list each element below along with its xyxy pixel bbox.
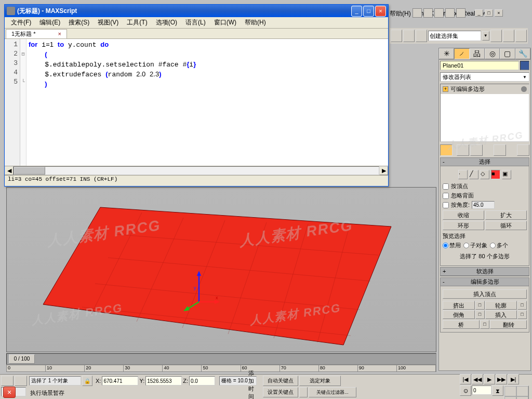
insert-vertex-button[interactable]: 插入顶点 bbox=[443, 289, 527, 299]
transform-gizmo[interactable]: x y bbox=[178, 271, 220, 312]
preview-subobj-radio[interactable] bbox=[463, 243, 469, 248]
binoculars-icon[interactable] bbox=[413, 8, 422, 18]
config-btn[interactable] bbox=[517, 144, 529, 156]
y-coord-input[interactable] bbox=[145, 376, 182, 385]
object-color-swatch[interactable] bbox=[520, 61, 529, 70]
script-tab[interactable]: 1无标题 * × bbox=[6, 29, 67, 38]
key-icon[interactable] bbox=[299, 387, 308, 397]
rollout-editpoly-header[interactable]: 编辑多边形 bbox=[441, 278, 529, 286]
extrude-settings-button[interactable]: □ bbox=[475, 301, 485, 310]
angle-spinner[interactable] bbox=[472, 201, 495, 209]
menu-options[interactable]: 选项(O) bbox=[152, 17, 181, 28]
scroll-right-btn[interactable]: ▶ bbox=[379, 166, 388, 175]
ring-button[interactable]: 环形 bbox=[443, 221, 484, 230]
time-ruler[interactable]: 0 10 20 30 40 50 60 70 80 90 100 bbox=[6, 365, 436, 372]
scroll-left-btn[interactable]: ◀ bbox=[5, 166, 14, 175]
add-timemark-label[interactable]: 添加时间标记 bbox=[248, 369, 254, 399]
modifier-bulb-icon[interactable] bbox=[521, 86, 527, 92]
bevel-settings-button[interactable]: □ bbox=[475, 310, 485, 319]
horizontal-scrollbar[interactable]: ◀ ▶ bbox=[5, 166, 388, 175]
border-icon[interactable]: ◇ bbox=[480, 170, 489, 179]
tool-btn-3[interactable] bbox=[416, 30, 427, 42]
next-frame-btn[interactable]: ▶▶ bbox=[496, 374, 507, 384]
menu-window[interactable]: 窗口(W) bbox=[210, 17, 241, 28]
flip-button[interactable]: 翻转 bbox=[490, 320, 527, 329]
modifier-list-combo[interactable]: 修改器列表 ▼ bbox=[440, 72, 529, 82]
menu-help[interactable]: 帮助(H) bbox=[390, 9, 411, 18]
tab-motion-icon[interactable]: ◎ bbox=[485, 48, 500, 59]
tool-btn-1[interactable] bbox=[391, 30, 402, 42]
tool-btn-2[interactable] bbox=[403, 30, 415, 42]
keyfilter-button[interactable]: 关键点过滤器... bbox=[309, 387, 356, 397]
menu-language[interactable]: 语言(L) bbox=[181, 17, 210, 28]
taskbar-close-icon[interactable]: × bbox=[3, 387, 16, 398]
prev-frame-btn[interactable]: ◀◀ bbox=[472, 374, 483, 384]
x-coord-input[interactable] bbox=[102, 376, 138, 385]
perspective-viewport[interactable]: x y bbox=[6, 187, 436, 352]
inset-settings-button[interactable]: □ bbox=[517, 310, 527, 319]
goto-start-btn[interactable]: |◀ bbox=[460, 374, 471, 384]
expand-icon[interactable]: + bbox=[443, 86, 448, 92]
play-btn[interactable]: ▶ bbox=[484, 374, 495, 384]
inset-button[interactable]: 插入 bbox=[485, 310, 517, 319]
ignore-backfacing-checkbox[interactable] bbox=[443, 193, 449, 199]
by-vertex-checkbox[interactable] bbox=[443, 183, 449, 190]
minimize-btn[interactable]: _ bbox=[475, 9, 483, 17]
lock-btn[interactable] bbox=[15, 376, 27, 386]
z-coord-input[interactable] bbox=[189, 376, 215, 385]
tab-close-icon[interactable]: × bbox=[58, 31, 61, 37]
modifier-item[interactable]: + 可编辑多边形 bbox=[441, 84, 529, 94]
tool-btn-4[interactable] bbox=[490, 30, 502, 42]
tool-btn-5[interactable] bbox=[503, 30, 514, 42]
close-btn[interactable]: × bbox=[495, 9, 503, 17]
pin-stack-btn[interactable] bbox=[440, 144, 453, 156]
extrude-button[interactable]: 挤出 bbox=[443, 301, 475, 310]
loop-button[interactable]: 循环 bbox=[485, 221, 527, 230]
combo-arrow-icon[interactable]: ▼ bbox=[482, 31, 489, 41]
script-btn[interactable] bbox=[1, 376, 14, 386]
code-editor[interactable]: 12345 ⊟└ for i=1 to y.count do ( $.edita… bbox=[5, 39, 388, 166]
minimize-button[interactable]: _ bbox=[351, 6, 362, 17]
tab-modify-icon[interactable]: ⟋ bbox=[454, 48, 469, 59]
time-config-btn[interactable]: ⧗ bbox=[492, 385, 503, 396]
vertex-icon[interactable]: · bbox=[458, 170, 468, 179]
outline-settings-button[interactable]: □ bbox=[517, 301, 527, 310]
viewport-nav[interactable] bbox=[504, 385, 529, 399]
tab-hierarchy-icon[interactable]: 品 bbox=[470, 48, 485, 59]
setkey-button[interactable]: 设置关键点 bbox=[263, 387, 298, 397]
preview-disable-radio[interactable] bbox=[443, 243, 448, 248]
goto-end-btn[interactable]: ▶| bbox=[508, 374, 519, 384]
menu-file[interactable]: 文件(F) bbox=[7, 17, 35, 28]
code-content[interactable]: for i=1 to y.count do ( $.editablepoly.s… bbox=[26, 39, 388, 166]
key-mode-btn[interactable]: ⊙ bbox=[460, 385, 471, 396]
selected-obj-combo[interactable]: 选定对象 bbox=[299, 376, 341, 386]
wrench-icon[interactable] bbox=[423, 8, 433, 18]
close-button[interactable]: × bbox=[375, 6, 386, 17]
edge-icon[interactable]: ╱ bbox=[469, 170, 478, 179]
menu-edit[interactable]: 编辑(E) bbox=[35, 17, 64, 28]
autokey-button[interactable]: 自动关键点 bbox=[263, 376, 298, 386]
time-slider-thumb[interactable]: 0 / 100 bbox=[9, 354, 35, 364]
rollout-soft-header[interactable]: 软选择 bbox=[441, 268, 529, 276]
tab-utilities-icon[interactable]: 🔧 bbox=[515, 48, 530, 59]
bevel-button[interactable]: 倒角 bbox=[443, 310, 475, 319]
titlebar[interactable]: (无标题) - MAXScript _ □ × bbox=[5, 5, 388, 17]
menu-view[interactable]: 视图(V) bbox=[94, 17, 123, 28]
fold-gutter[interactable]: ⊟└ bbox=[20, 39, 26, 166]
maximize-button[interactable]: □ bbox=[363, 6, 374, 17]
bridge-settings-button[interactable]: □ bbox=[480, 320, 489, 329]
unique-btn[interactable] bbox=[470, 144, 483, 156]
outline-button[interactable]: 轮廓 bbox=[485, 301, 517, 310]
bridge-button[interactable]: 桥 bbox=[443, 320, 480, 329]
star-icon[interactable] bbox=[445, 8, 455, 18]
scroll-thumb[interactable] bbox=[14, 167, 45, 175]
remove-mod-btn[interactable] bbox=[494, 144, 506, 156]
lock-selection-btn[interactable]: 🔒 bbox=[82, 376, 92, 386]
restore-btn[interactable]: □ bbox=[485, 9, 493, 17]
modifier-stack[interactable]: + 可编辑多边形 bbox=[440, 84, 529, 142]
show-end-btn[interactable] bbox=[457, 144, 469, 156]
rollout-selection-header[interactable]: 选择 bbox=[441, 158, 529, 166]
time-slider[interactable]: 0 / 100 bbox=[6, 353, 436, 365]
tab-display-icon[interactable]: ▢ bbox=[500, 48, 515, 59]
preview-multi-radio[interactable] bbox=[490, 243, 496, 248]
